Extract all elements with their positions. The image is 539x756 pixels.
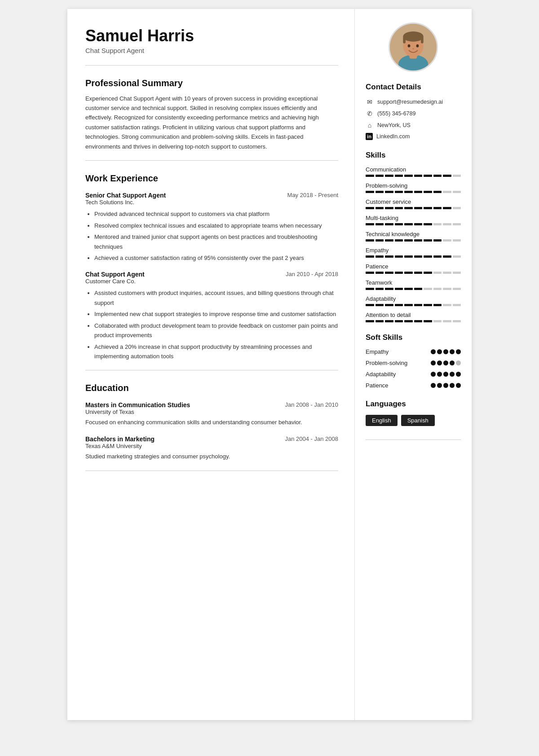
skill-name: Adaptability (366, 295, 461, 302)
avatar-container (366, 22, 461, 72)
dot (456, 372, 461, 377)
skill-problem-solving: Problem-solving (366, 182, 461, 193)
skill-seg (404, 239, 413, 242)
edu-2-school: Texas A&M University (85, 443, 338, 449)
right-bottom-divider (366, 440, 461, 440)
svg-point-4 (403, 31, 423, 42)
skill-seg (366, 175, 374, 177)
skill-name: Empathy (366, 247, 461, 254)
summary-title: Professional Summary (85, 78, 338, 88)
svg-point-7 (408, 44, 411, 48)
soft-skill-problem-solving: Problem-solving (366, 360, 461, 366)
languages-section: Languages English Spanish (366, 400, 461, 426)
dots (431, 372, 461, 377)
skill-seg (395, 304, 403, 306)
resume-container: Samuel Harris Chat Support Agent Profess… (67, 9, 472, 720)
job-1-date: May 2018 - Present (287, 192, 338, 198)
skill-seg (376, 207, 384, 209)
skill-seg (366, 255, 374, 258)
skill-seg (424, 223, 432, 225)
edu-1-school: University of Texas (85, 409, 338, 415)
soft-skill-name: Problem-solving (366, 360, 407, 366)
skill-empathy: Empathy (366, 247, 461, 258)
dots (431, 360, 461, 365)
dot (431, 349, 436, 354)
skill-bar (366, 223, 461, 225)
list-item: Achieved a 20% increase in chat support … (94, 342, 338, 361)
svg-point-8 (416, 44, 419, 48)
skill-seg (404, 288, 413, 290)
dot (450, 372, 455, 377)
dot (450, 349, 455, 354)
skill-bar (366, 191, 461, 193)
skill-seg (376, 175, 384, 177)
lang-spanish: Spanish (401, 415, 435, 426)
skill-seg (414, 191, 423, 193)
skill-seg (404, 191, 413, 193)
dot (456, 349, 461, 354)
skill-seg (424, 304, 432, 306)
skill-seg (385, 223, 393, 225)
skill-seg (414, 175, 423, 177)
job-2-header: Chat Support Agent Jan 2010 - Apr 2018 (85, 271, 338, 278)
dot (443, 360, 448, 365)
skill-seg (395, 288, 403, 290)
skill-seg (376, 320, 384, 322)
list-item: Mentored and trained junior chat support… (94, 232, 338, 251)
skill-seg (453, 207, 461, 209)
skill-seg (385, 255, 393, 258)
skill-seg (395, 207, 403, 209)
work-divider (85, 370, 338, 370)
skill-customer-service: Customer service (366, 198, 461, 209)
job-2-company: Customer Care Co. (85, 278, 338, 285)
skill-seg (443, 207, 451, 209)
skill-seg (443, 320, 451, 322)
svg-point-9 (412, 48, 414, 49)
skill-bar (366, 255, 461, 258)
skill-adaptability: Adaptability (366, 295, 461, 306)
skill-seg (433, 191, 442, 193)
skill-bar (366, 207, 461, 209)
skill-seg (376, 304, 384, 306)
contact-phone-value: (555) 345-6789 (377, 110, 415, 117)
contact-email-value: support@resumedesign.ai (377, 99, 443, 105)
skill-seg (433, 272, 442, 274)
skill-seg (414, 288, 423, 290)
skill-seg (443, 304, 451, 306)
avatar (389, 22, 438, 72)
skill-seg (404, 175, 413, 177)
skill-seg (424, 255, 432, 258)
contact-location-value: NewYork, US (377, 122, 411, 128)
skill-seg (376, 239, 384, 242)
skill-seg (433, 207, 442, 209)
skill-seg (376, 191, 384, 193)
skill-seg (443, 272, 451, 274)
job-1-bullets: Provided advanced technical support to c… (85, 209, 338, 263)
soft-skill-name: Adaptability (366, 371, 396, 378)
work-experience-title: Work Experience (85, 173, 338, 184)
skill-seg (414, 223, 423, 225)
dots (431, 349, 461, 354)
skill-name: Attention to detail (366, 312, 461, 318)
skill-seg (424, 288, 432, 290)
skill-seg (395, 239, 403, 242)
soft-skill-adaptability: Adaptability (366, 371, 461, 378)
skill-seg (385, 239, 393, 242)
job-2-title: Chat Support Agent (85, 271, 145, 278)
skill-bar (366, 320, 461, 322)
soft-skill-patience: Patience (366, 382, 461, 389)
contact-phone: ✆ (555) 345-6789 (366, 110, 461, 118)
location-icon: ⌂ (366, 121, 374, 129)
list-item: Provided advanced technical support to c… (94, 209, 338, 219)
dot (437, 360, 442, 365)
skill-seg (414, 239, 423, 242)
language-tags: English Spanish (366, 415, 461, 426)
list-item: Achieved a customer satisfaction rating … (94, 253, 338, 263)
skill-seg (404, 272, 413, 274)
skill-seg (376, 288, 384, 290)
dot (443, 383, 448, 388)
skill-seg (433, 304, 442, 306)
edu-2-desc: Studied marketing strategies and consume… (85, 452, 338, 462)
languages-title: Languages (366, 400, 461, 409)
contact-linkedin: in LinkedIn.com (366, 133, 461, 140)
